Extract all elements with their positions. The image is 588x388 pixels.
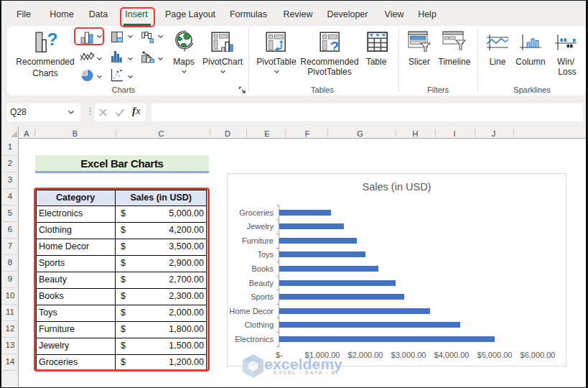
svg-text:?: ? (47, 32, 57, 49)
svg-text:?: ? (330, 38, 340, 52)
